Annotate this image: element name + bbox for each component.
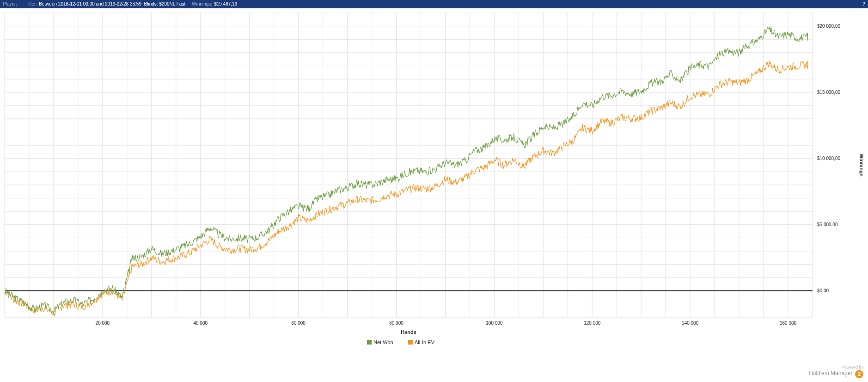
winnings-chart: 20 00040 00060 00080 000100 000120 00014… bbox=[0, 8, 868, 382]
svg-text:Net Won: Net Won bbox=[373, 339, 393, 345]
svg-text:20 000: 20 000 bbox=[96, 320, 110, 326]
svg-text:$20 000,00: $20 000,00 bbox=[817, 24, 840, 29]
svg-text:120 000: 120 000 bbox=[584, 320, 601, 326]
filter-label: Filter: bbox=[25, 0, 37, 8]
svg-text:Winnings: Winnings bbox=[859, 154, 864, 176]
winnings-value: $19 467,16 bbox=[214, 0, 237, 8]
svg-text:160 000: 160 000 bbox=[780, 320, 797, 326]
powered-line1: Powered by bbox=[809, 364, 863, 370]
svg-text:All-In EV: All-In EV bbox=[415, 339, 434, 345]
svg-text:$5 000,00: $5 000,00 bbox=[817, 222, 838, 227]
svg-text:60 000: 60 000 bbox=[291, 320, 306, 326]
svg-text:$0,00: $0,00 bbox=[817, 288, 829, 293]
svg-text:100 000: 100 000 bbox=[486, 320, 503, 326]
svg-text:40 000: 40 000 bbox=[193, 320, 208, 326]
chart-area: 20 00040 00060 00080 000100 000120 00014… bbox=[0, 8, 868, 382]
svg-rect-76 bbox=[408, 340, 413, 345]
svg-rect-74 bbox=[367, 340, 372, 345]
powered-line2: Hold'em Manager bbox=[809, 370, 852, 376]
svg-text:Hands: Hands bbox=[401, 329, 416, 335]
filter-value: Between 2018-12-01 00:00 and 2019-02-28 … bbox=[39, 0, 185, 8]
hm2-badge-icon: 2 bbox=[855, 370, 863, 378]
player-label: Player: bbox=[3, 0, 17, 8]
winnings-label: Winnings: bbox=[192, 0, 212, 8]
svg-text:80 000: 80 000 bbox=[389, 320, 403, 326]
help-icon[interactable]: ? bbox=[862, 0, 865, 8]
powered-by-badge: Powered by Hold'em Manager 2 bbox=[809, 364, 863, 378]
svg-text:140 000: 140 000 bbox=[682, 320, 699, 326]
svg-text:$15 000,00: $15 000,00 bbox=[817, 90, 840, 95]
filter-bar: Player: Filter: Between 2018-12-01 00:00… bbox=[0, 0, 868, 8]
svg-text:$10 000,00: $10 000,00 bbox=[817, 156, 840, 161]
